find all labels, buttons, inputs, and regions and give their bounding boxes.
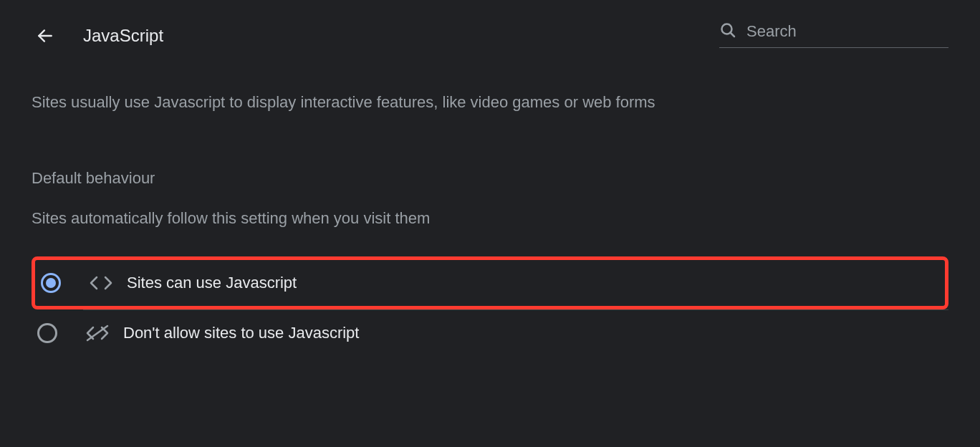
section-heading: Default behaviour [32, 169, 948, 188]
back-button[interactable] [32, 22, 59, 49]
svg-line-2 [731, 33, 735, 37]
search-input[interactable] [746, 22, 948, 41]
section-subtitle: Sites automatically follow this setting … [32, 209, 948, 228]
settings-javascript-page: JavaScript Sites usually use Javascript … [0, 0, 980, 356]
page-title: JavaScript [83, 26, 163, 46]
svg-line-3 [87, 326, 107, 340]
option-allow-javascript[interactable]: Sites can use Javascript [35, 260, 945, 306]
radio-block[interactable] [37, 323, 57, 343]
highlight-annotation: Sites can use Javascript [32, 256, 948, 309]
option-block-label: Don't allow sites to use Javascript [123, 324, 359, 342]
search-icon [719, 21, 736, 42]
default-behaviour-options: Sites can use Javascript Don't allow sit… [32, 256, 948, 356]
description-text: Sites usually use Javascript to display … [32, 93, 948, 112]
option-block-javascript[interactable]: Don't allow sites to use Javascript [32, 310, 948, 356]
option-allow-label: Sites can use Javascript [127, 274, 297, 292]
code-icon [87, 274, 115, 292]
code-off-icon [83, 325, 112, 342]
radio-allow[interactable] [41, 273, 61, 293]
arrow-left-icon [36, 27, 54, 45]
search-field[interactable] [719, 21, 948, 48]
